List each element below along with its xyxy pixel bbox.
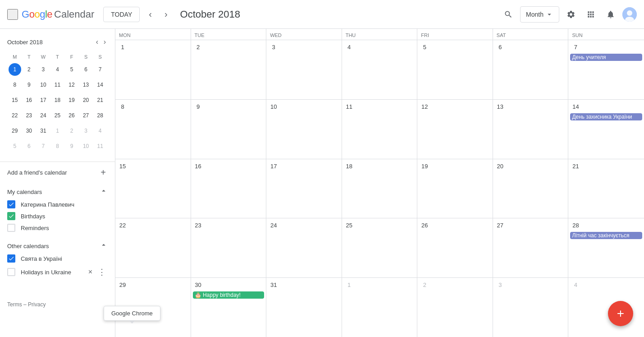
mini-cal-day[interactable]: 17 bbox=[37, 94, 50, 106]
day-number[interactable]: 4 bbox=[344, 42, 355, 53]
day-number[interactable]: 16 bbox=[193, 161, 204, 172]
mini-cal-day[interactable]: 11 bbox=[51, 78, 64, 91]
calendar-item[interactable]: Катерина Павлевич bbox=[7, 199, 108, 210]
mini-cal-day[interactable]: 23 bbox=[23, 109, 35, 122]
day-number[interactable]: 8 bbox=[117, 102, 128, 112]
mini-cal-day[interactable]: 28 bbox=[94, 109, 106, 122]
day-number[interactable]: 14 bbox=[570, 102, 581, 112]
mini-cal-day[interactable]: 7 bbox=[94, 63, 106, 76]
view-selector[interactable]: Month bbox=[520, 6, 559, 23]
mini-cal-day[interactable]: 22 bbox=[9, 109, 21, 122]
more-options-button[interactable]: ⋮ bbox=[96, 266, 108, 278]
search-button[interactable] bbox=[500, 6, 516, 23]
other-calendars-toggle[interactable] bbox=[100, 241, 108, 251]
calendar-checkbox[interactable] bbox=[7, 224, 15, 232]
mini-cal-day[interactable]: 1 bbox=[9, 63, 21, 76]
day-number[interactable]: 9 bbox=[193, 102, 204, 112]
calendar-event[interactable]: День захисника України bbox=[570, 113, 642, 120]
day-number[interactable]: 4 bbox=[570, 280, 581, 291]
day-number[interactable]: 25 bbox=[344, 220, 355, 231]
day-number[interactable]: 12 bbox=[419, 102, 430, 112]
mini-cal-next-button[interactable]: › bbox=[102, 36, 108, 48]
day-number[interactable]: 15 bbox=[117, 161, 128, 172]
mini-cal-day[interactable]: 4 bbox=[51, 63, 64, 76]
mini-cal-day[interactable]: 6 bbox=[80, 63, 92, 76]
mini-cal-day[interactable]: 26 bbox=[65, 109, 78, 122]
day-number[interactable]: 3 bbox=[495, 280, 506, 291]
mini-cal-day[interactable]: 13 bbox=[80, 78, 92, 91]
mini-cal-prev-button[interactable]: ‹ bbox=[94, 36, 100, 48]
mini-cal-day[interactable]: 14 bbox=[94, 78, 106, 91]
mini-cal-day[interactable]: 1 bbox=[51, 125, 64, 137]
calendar-checkbox[interactable] bbox=[7, 200, 15, 208]
mini-cal-day[interactable]: 30 bbox=[23, 125, 35, 137]
next-period-button[interactable]: › bbox=[161, 5, 171, 23]
day-number[interactable]: 17 bbox=[268, 161, 279, 172]
day-number[interactable]: 29 bbox=[117, 280, 128, 291]
mini-cal-day[interactable]: 8 bbox=[9, 78, 21, 91]
mini-cal-day[interactable]: 15 bbox=[9, 94, 21, 106]
day-number[interactable]: 21 bbox=[570, 161, 581, 172]
apps-button[interactable] bbox=[583, 6, 599, 23]
notifications-button[interactable] bbox=[603, 6, 619, 23]
day-number[interactable]: 2 bbox=[419, 280, 430, 291]
logo[interactable]: Google Calendar bbox=[22, 9, 94, 20]
mini-cal-day[interactable]: 11 bbox=[94, 140, 106, 152]
mini-cal-day[interactable]: 10 bbox=[37, 78, 50, 91]
mini-cal-day[interactable]: 21 bbox=[94, 94, 106, 106]
day-number[interactable]: 19 bbox=[419, 161, 430, 172]
mini-cal-day[interactable]: 29 bbox=[9, 125, 21, 137]
calendar-item[interactable]: Holidays in Ukraine×⋮ bbox=[7, 264, 108, 280]
mini-cal-day[interactable]: 3 bbox=[37, 63, 50, 76]
today-button[interactable]: TODAY bbox=[103, 7, 140, 22]
calendar-event[interactable]: 🎂 Happy birthday! bbox=[193, 291, 265, 299]
prev-period-button[interactable]: ‹ bbox=[145, 5, 155, 23]
mini-cal-day[interactable]: 18 bbox=[51, 94, 64, 106]
mini-cal-day[interactable]: 27 bbox=[80, 109, 92, 122]
day-number[interactable]: 27 bbox=[495, 220, 506, 231]
mini-cal-day[interactable]: 2 bbox=[23, 63, 35, 76]
create-event-fab[interactable]: + bbox=[608, 301, 633, 326]
mini-cal-day[interactable]: 8 bbox=[51, 140, 64, 152]
day-number[interactable]: 10 bbox=[268, 102, 279, 112]
mini-cal-day[interactable]: 4 bbox=[94, 125, 106, 137]
day-number[interactable]: 5 bbox=[419, 42, 430, 53]
mini-cal-day[interactable]: 19 bbox=[65, 94, 78, 106]
terms-link[interactable]: Terms bbox=[7, 301, 22, 308]
add-friend-button[interactable]: + bbox=[99, 166, 108, 180]
calendar-checkbox[interactable] bbox=[7, 212, 15, 220]
settings-button[interactable] bbox=[563, 6, 579, 23]
mini-cal-day[interactable]: 16 bbox=[23, 94, 35, 106]
day-number[interactable]: 13 bbox=[495, 102, 506, 112]
my-calendars-title[interactable]: My calendars bbox=[7, 189, 42, 195]
day-number[interactable]: 30 bbox=[193, 280, 204, 291]
mini-cal-day[interactable]: 25 bbox=[51, 109, 64, 122]
avatar[interactable] bbox=[622, 7, 637, 22]
calendar-item[interactable]: Birthdays bbox=[7, 210, 108, 222]
day-number[interactable]: 22 bbox=[117, 220, 128, 231]
day-number[interactable]: 1 bbox=[344, 280, 355, 291]
day-number[interactable]: 3 bbox=[268, 42, 279, 53]
day-number[interactable]: 24 bbox=[268, 220, 279, 231]
calendar-event[interactable]: Літній час закінчується bbox=[570, 232, 642, 239]
remove-calendar-button[interactable]: × bbox=[87, 267, 94, 277]
calendar-item[interactable]: Reminders bbox=[7, 222, 108, 234]
mini-cal-day[interactable]: 10 bbox=[80, 140, 92, 152]
day-number[interactable]: 28 bbox=[570, 220, 581, 231]
mini-cal-day[interactable]: 12 bbox=[65, 78, 78, 91]
mini-cal-day[interactable]: 9 bbox=[65, 140, 78, 152]
day-number[interactable]: 2 bbox=[193, 42, 204, 53]
mini-cal-day[interactable]: 6 bbox=[23, 140, 35, 152]
day-number[interactable]: 1 bbox=[117, 42, 128, 53]
mini-cal-day[interactable]: 31 bbox=[37, 125, 50, 137]
mini-cal-day[interactable]: 9 bbox=[23, 78, 35, 91]
menu-button[interactable] bbox=[7, 9, 18, 20]
day-number[interactable]: 6 bbox=[495, 42, 506, 53]
day-number[interactable]: 26 bbox=[419, 220, 430, 231]
mini-cal-day[interactable]: 5 bbox=[9, 140, 21, 152]
calendar-item[interactable]: Свята в Україні bbox=[7, 253, 108, 264]
day-number[interactable]: 7 bbox=[570, 42, 581, 53]
privacy-link[interactable]: Privacy bbox=[28, 301, 46, 308]
day-number[interactable]: 23 bbox=[193, 220, 204, 231]
my-calendars-toggle[interactable] bbox=[100, 187, 108, 197]
